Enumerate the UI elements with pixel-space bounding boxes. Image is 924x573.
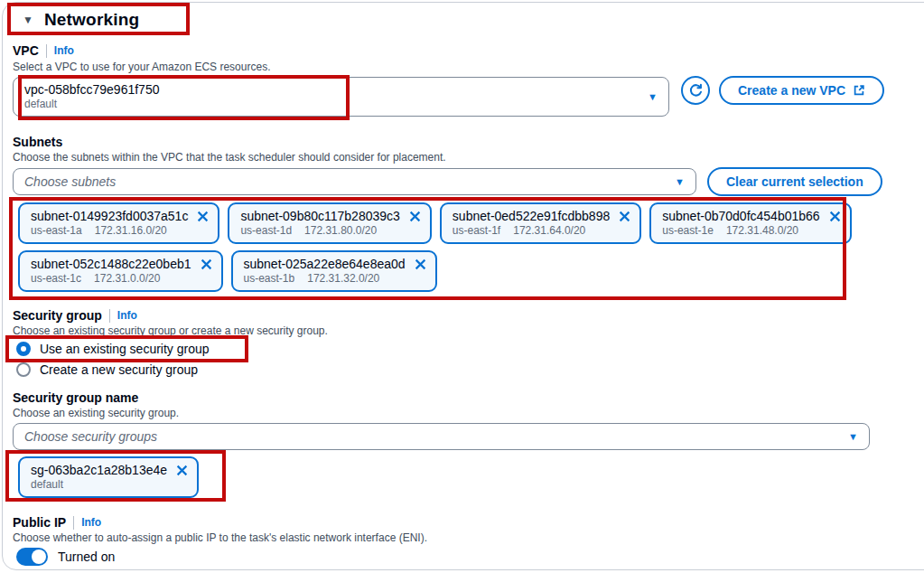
subnet-chip: subnet-09b80c117b28039c3 us-east-1d 172.… (228, 202, 431, 244)
security-group-chip: sg-063ba2c1a28b13e4e default (18, 456, 199, 498)
public-ip-toggle-row: Turned on (16, 548, 115, 566)
remove-subnet-icon[interactable] (197, 211, 209, 222)
subnets-label: Subnets (13, 135, 62, 149)
networking-panel: ▼ Networking VPC Info Select a VPC to us… (0, 0, 924, 573)
subnet-chip: subnet-025a22e8e64e8ea0d us-east-1b 172.… (231, 250, 437, 292)
clear-selection-button-label: Clear current selection (726, 174, 863, 189)
subnet-chip-cidr: 172.31.0.0/20 (94, 272, 160, 286)
security-group-name-description: Choose an existing security group. (13, 407, 179, 419)
info-separator (109, 309, 110, 323)
subnet-chip-az: us-east-1f (453, 224, 500, 238)
vpc-selected-option: vpc-058bfcc79e961f750 default (24, 82, 159, 111)
subnet-chip-cidr: 172.31.64.0/20 (513, 224, 585, 238)
security-group-description: Choose an existing security group or cre… (13, 324, 328, 337)
subnet-chips-row-2: subnet-052c1488c22e0beb1 us-east-1c 172.… (18, 250, 437, 292)
remove-security-group-icon[interactable] (176, 465, 188, 476)
vpc-description: Select a VPC to use for your Amazon ECS … (13, 61, 270, 73)
public-ip-toggle-label: Turned on (58, 550, 115, 564)
vpc-label: VPC (13, 43, 39, 58)
vpc-selected-value: vpc-058bfcc79e961f750 (24, 82, 159, 98)
refresh-icon (688, 83, 704, 99)
subnet-chip: subnet-0ed522e91fcdbb898 us-east-1f 172.… (440, 202, 641, 244)
radio-label: Use an existing security group (40, 342, 210, 356)
create-vpc-button-label: Create a new VPC (738, 83, 845, 98)
subnets-select[interactable]: Choose subnets ▼ (13, 168, 696, 195)
subnet-chip-id: subnet-025a22e8e64e8ea0d (244, 256, 406, 272)
public-ip-toggle[interactable] (16, 548, 48, 566)
subnet-chip-id: subnet-052c1488c22e0beb1 (31, 256, 191, 272)
remove-subnet-icon[interactable] (829, 211, 841, 222)
section-title: Networking (44, 10, 139, 30)
subnet-chip-az: us-east-1b (244, 272, 295, 286)
public-ip-description: Choose whether to auto-assign a public I… (13, 531, 427, 544)
remove-subnet-icon[interactable] (409, 211, 421, 222)
vpc-selected-secondary: default (24, 98, 159, 111)
toggle-knob (32, 550, 46, 564)
public-ip-label: Public IP (13, 515, 66, 530)
subnet-chip-id: subnet-0b70d0fc454b01b66 (662, 208, 819, 224)
remove-subnet-icon[interactable] (201, 258, 212, 270)
security-group-label-row: Security group Info (13, 308, 137, 323)
security-group-chip-secondary: default (31, 478, 63, 492)
chevron-down-icon: ▼ (675, 176, 685, 187)
subnet-chip-az: us-east-1c (31, 272, 81, 286)
subnets-label-row: Subnets (13, 135, 62, 149)
subnets-description: Choose the subnets within the VPC that t… (13, 151, 446, 164)
subnet-chip-cidr: 172.31.48.0/20 (726, 224, 798, 238)
subnets-placeholder: Choose subnets (24, 174, 116, 189)
security-groups-select[interactable]: Choose security groups ▼ (13, 423, 870, 450)
subnet-chip-az: us-east-1d (240, 224, 292, 238)
subnet-chips-row-1: subnet-0149923fd0037a51c us-east-1a 172.… (18, 202, 852, 244)
subnet-chip-cidr: 172.31.80.0/20 (304, 224, 377, 238)
security-group-info-link[interactable]: Info (117, 309, 137, 322)
info-separator (73, 516, 74, 530)
clear-selection-button[interactable]: Clear current selection (707, 167, 882, 196)
remove-subnet-icon[interactable] (415, 258, 426, 270)
security-group-label: Security group (13, 308, 102, 323)
subnet-chip-id: subnet-0149923fd0037a51c (31, 208, 188, 224)
subnet-chip-az: us-east-1e (662, 224, 714, 238)
public-ip-label-row: Public IP Info (13, 515, 101, 530)
radio-selected-icon[interactable] (16, 342, 31, 356)
vpc-select[interactable]: vpc-058bfcc79e961f750 default ▼ (13, 77, 669, 117)
subnet-chip-id: subnet-09b80c117b28039c3 (240, 208, 399, 224)
security-group-name-label: Security group name (13, 390, 138, 405)
subnet-chip: subnet-0149923fd0037a51c us-east-1a 172.… (18, 202, 219, 244)
subnet-chip: subnet-0b70d0fc454b01b66 us-east-1e 172.… (649, 202, 851, 244)
security-group-chip-id: sg-063ba2c1a28b13e4e (31, 462, 167, 478)
subnet-chip-cidr: 172.31.16.0/20 (95, 224, 167, 238)
subnet-chip-cidr: 172.31.32.0/20 (307, 272, 379, 286)
radio-existing-security-group[interactable]: Use an existing security group (16, 342, 210, 356)
chevron-down-icon: ▼ (648, 91, 658, 102)
radio-new-security-group[interactable]: Create a new security group (16, 362, 198, 377)
security-group-name-label-row: Security group name (13, 390, 138, 405)
vpc-info-link[interactable]: Info (54, 44, 74, 57)
radio-unselected-icon[interactable] (16, 362, 31, 377)
remove-subnet-icon[interactable] (619, 211, 630, 222)
chevron-down-icon: ▼ (848, 431, 858, 442)
vpc-label-row: VPC Info (13, 43, 74, 58)
subnet-chip-az: us-east-1a (31, 224, 82, 238)
external-link-icon (853, 84, 865, 97)
subnet-chip-id: subnet-0ed522e91fcdbb898 (453, 208, 610, 224)
collapse-triangle-icon[interactable]: ▼ (23, 14, 33, 25)
refresh-vpc-button[interactable] (681, 76, 710, 105)
info-separator (46, 44, 47, 58)
security-groups-placeholder: Choose security groups (24, 429, 157, 444)
radio-label: Create a new security group (40, 362, 198, 377)
subnet-chip: subnet-052c1488c22e0beb1 us-east-1c 172.… (18, 250, 223, 292)
create-vpc-button[interactable]: Create a new VPC (719, 76, 884, 105)
section-header-networking[interactable]: ▼ Networking (23, 10, 139, 30)
public-ip-info-link[interactable]: Info (81, 516, 101, 529)
